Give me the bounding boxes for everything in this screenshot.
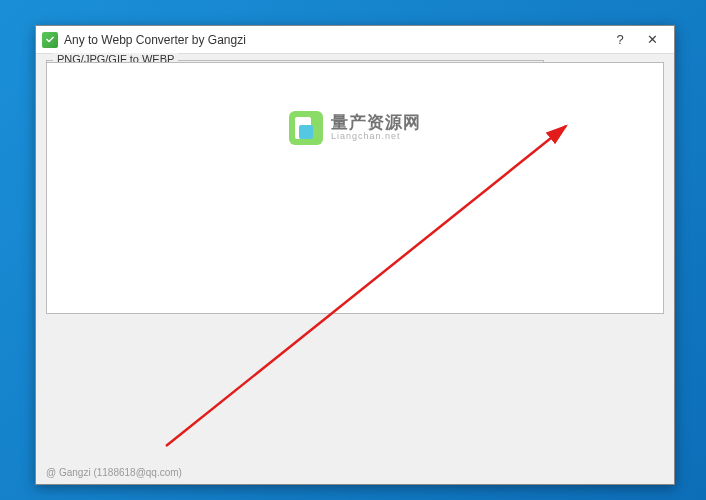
output-log-area: 量产资源网 Liangchan.net (46, 62, 664, 314)
watermark-icon (289, 111, 323, 145)
app-icon (42, 32, 58, 48)
window-controls: ? ✕ (604, 28, 668, 52)
titlebar: Any to Webp Converter by Gangzi ? ✕ (36, 26, 674, 54)
watermark: 量产资源网 Liangchan.net (289, 111, 421, 145)
app-window: Any to Webp Converter by Gangzi ? ✕ PNG/… (35, 25, 675, 485)
watermark-sub: Liangchan.net (331, 132, 421, 142)
close-button[interactable]: ✕ (636, 28, 668, 52)
window-title: Any to Webp Converter by Gangzi (64, 33, 604, 47)
help-button[interactable]: ? (604, 28, 636, 52)
watermark-main: 量产资源网 (331, 114, 421, 133)
footer-credit: @ Gangzi (1188618@qq.com) (46, 467, 182, 478)
